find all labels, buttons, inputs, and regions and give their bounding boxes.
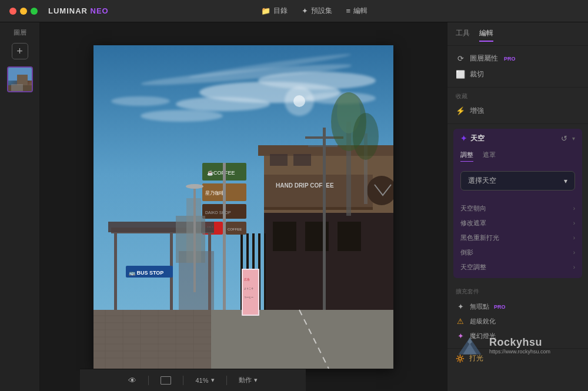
- option-chevron-3: ›: [573, 235, 575, 241]
- folder-icon: 📁: [261, 6, 270, 15]
- ext-magiclight[interactable]: ✦ 魔幻燈光: [456, 329, 580, 343]
- pro-badge-noiseless: PRO: [494, 304, 506, 310]
- zoom-control[interactable]: 41% ▾: [195, 376, 214, 384]
- sky-panel-title: ✦ 天空: [460, 133, 485, 143]
- eye-icon[interactable]: 👁: [128, 376, 136, 385]
- tab-tools[interactable]: 工具: [456, 28, 470, 42]
- svg-point-80: [353, 113, 379, 160]
- panel-section-tools: ⟳ 圖層屬性 PRO ⬜ 裁切: [447, 46, 588, 88]
- svg-rect-18: [293, 154, 311, 166]
- nav-edit[interactable]: ≡ 編輯: [346, 6, 368, 16]
- right-panel: 工具 編輯 ⟳ 圖層屬性 PRO ⬜ 裁切 收藏 ⚡ 增強: [447, 22, 588, 391]
- titlebar-left: LUMINAR NEO: [9, 6, 109, 15]
- svg-rect-47: [114, 230, 117, 313]
- sky-option-sky-adjust[interactable]: 天空調整 ›: [460, 260, 575, 275]
- supersharp-icon: ⚠: [456, 317, 465, 326]
- ext-supersharp[interactable]: ⚠ 超級銳化: [456, 314, 580, 329]
- lighting-item[interactable]: 🔆 打光: [447, 348, 588, 368]
- svg-text:コーヒー: コーヒー: [244, 296, 253, 299]
- layers-label: 圖層: [14, 28, 26, 37]
- option-chevron-5: ›: [573, 264, 575, 270]
- enhance-item[interactable]: ⚡ 增強: [456, 103, 580, 119]
- nav-catalog[interactable]: 📁 目錄: [261, 6, 288, 16]
- traffic-light-yellow[interactable]: [20, 8, 27, 15]
- sky-dropdown-chevron: ▾: [564, 177, 567, 185]
- sky-chevron-icon: ▾: [572, 135, 575, 142]
- pro-badge-layer: PRO: [504, 56, 516, 62]
- toolbar-divider-1: [148, 376, 149, 385]
- svg-rect-24: [273, 222, 296, 251]
- svg-text:DAIKO SHOP: DAIKO SHOP: [205, 210, 231, 215]
- extensions-label: 擴充套件: [456, 288, 580, 296]
- svg-text:☕COFFEE: ☕COFFEE: [207, 169, 235, 176]
- crop-icon: ⬜: [456, 70, 465, 79]
- main-layout: 圖層 +: [0, 22, 588, 391]
- svg-rect-17: [270, 154, 288, 166]
- svg-text:ようこそ: ようこそ: [244, 287, 253, 290]
- crop-item[interactable]: ⬜ 裁切: [456, 66, 580, 82]
- action-menu[interactable]: 動作 ▾: [239, 376, 258, 385]
- nav-presets[interactable]: ✦ 預設集: [302, 6, 332, 16]
- layer-properties-icon: ⟳: [456, 54, 465, 63]
- svg-rect-45: [223, 163, 226, 333]
- svg-marker-69: [211, 310, 393, 369]
- svg-point-8: [141, 110, 223, 122]
- frame-selector[interactable]: [161, 376, 171, 385]
- svg-point-10: [111, 96, 170, 106]
- sky-option-black-relight[interactable]: 黑色重新打光 ›: [460, 230, 575, 245]
- traffic-lights: [9, 8, 38, 15]
- sky-option-orientation[interactable]: 天空朝向 ›: [460, 201, 575, 216]
- add-layer-button[interactable]: +: [12, 43, 28, 59]
- sky-panel-actions: ↺ ▾: [561, 134, 575, 143]
- favorites-label: 收藏: [456, 92, 580, 101]
- sky-tab-mask[interactable]: 遮罩: [483, 151, 496, 162]
- photo-scene-svg: HAND DRIP COFFEE: [93, 45, 393, 369]
- layer-thumb-svg: [8, 68, 33, 92]
- svg-rect-3: [11, 84, 23, 92]
- tab-edit[interactable]: 編輯: [479, 28, 493, 42]
- layer-thumb-image: [8, 68, 32, 91]
- option-chevron-2: ›: [573, 220, 575, 226]
- svg-rect-19: [264, 175, 373, 207]
- zoom-chevron: ▾: [211, 376, 215, 384]
- traffic-light-green[interactable]: [31, 8, 38, 15]
- sky-option-modify-mask[interactable]: 修改遮罩 ›: [460, 216, 575, 230]
- svg-rect-34: [308, 145, 338, 147]
- lighting-icon: 🔆: [456, 355, 465, 363]
- toolbar-divider-3: [226, 376, 227, 385]
- panel-section-favorites: 收藏 ⚡ 增強: [447, 88, 588, 124]
- svg-rect-26: [338, 222, 361, 251]
- ext-noiseless[interactable]: ✦ 無瑕點 PRO: [456, 299, 580, 314]
- svg-point-85: [186, 184, 203, 189]
- sky-option-reflection[interactable]: 倒影 ›: [460, 245, 575, 260]
- noiseless-icon: ✦: [456, 302, 465, 311]
- sky-sub-tabs: 調整 遮罩: [453, 148, 582, 166]
- sky-panel-header[interactable]: ✦ 天空 ↺ ▾: [453, 129, 582, 148]
- extensions-section: 擴充套件 ✦ 無瑕點 PRO ⚠ 超級銳化 ✦ 魔幻燈光: [447, 283, 588, 348]
- layer-thumbnail[interactable]: [7, 66, 33, 92]
- svg-point-6: [176, 97, 270, 111]
- sky-options: 天空朝向 › 修改遮罩 › 黑色重新打光 › 倒影 › 天空調整 ›: [453, 198, 582, 278]
- sky-tab-adjust[interactable]: 調整: [460, 151, 473, 162]
- option-chevron-1: ›: [573, 205, 575, 212]
- presets-icon: ✦: [302, 6, 308, 15]
- sky-dropdown-area: 選擇天空 ▾: [453, 166, 582, 198]
- sky-icon: ✦: [460, 134, 467, 143]
- panel-tabs: 工具 編輯: [447, 22, 588, 46]
- refresh-icon[interactable]: ↺: [561, 134, 567, 143]
- layer-properties-item[interactable]: ⟳ 圖層屬性 PRO: [456, 51, 580, 66]
- svg-text:COFFEE: COFFEE: [228, 228, 242, 231]
- svg-point-14: [293, 95, 305, 107]
- svg-rect-32: [323, 128, 326, 316]
- traffic-light-red[interactable]: [9, 8, 16, 15]
- left-sidebar: 圖層 +: [0, 22, 40, 391]
- photo-canvas: HAND DRIP COFFEE: [93, 45, 393, 369]
- svg-text:広告: 広告: [244, 278, 250, 281]
- svg-rect-72: [243, 270, 258, 315]
- toolbar-divider-2: [183, 376, 183, 385]
- sky-select-dropdown[interactable]: 選擇天空 ▾: [460, 171, 575, 191]
- svg-rect-22: [264, 207, 373, 210]
- edit-icon: ≡: [346, 6, 351, 15]
- magiclight-icon: ✦: [456, 332, 465, 340]
- bottom-toolbar: 👁 41% ▾ 動作 ▾: [80, 369, 306, 391]
